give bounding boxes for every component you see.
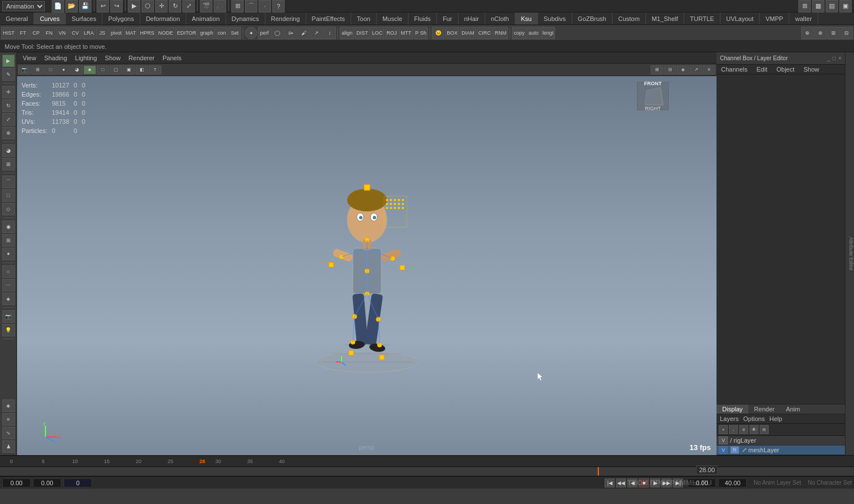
light-btn[interactable]: 💡 (2, 324, 15, 336)
save-icon[interactable]: 💾 (79, 0, 91, 13)
vp-icon-shade[interactable]: ● (57, 65, 70, 74)
vp-icon-grid[interactable]: ⊞ (31, 65, 44, 74)
stop-btn[interactable]: ■ (639, 478, 649, 488)
loc-btn[interactable]: LOC (370, 27, 385, 39)
render-icon[interactable]: 🎬 (200, 0, 213, 13)
vp-icon-5[interactable]: □ (97, 65, 109, 74)
fn-btn[interactable]: FN (43, 27, 56, 39)
scale-icon[interactable]: ⤢ (182, 0, 195, 13)
new-icon[interactable]: 📄 (52, 0, 64, 13)
mesh-layer-entry[interactable]: V R meshLayer (716, 445, 845, 455)
paint-sel-btn[interactable]: ✎ (2, 68, 15, 81)
anim-range-start[interactable]: 0.00 (688, 478, 716, 488)
scale-tool-btn[interactable]: ⤢ (2, 113, 15, 126)
tab-fluids[interactable]: Fluids (409, 13, 437, 25)
hprs-btn[interactable]: HPRS (138, 27, 156, 39)
layer-vis-icon[interactable]: 👁 (749, 425, 759, 434)
vp-icon-right2[interactable]: ⊟ (664, 65, 676, 74)
display-tab[interactable]: Display (716, 405, 748, 414)
tab-animation[interactable]: Animation (186, 13, 226, 25)
render-tab[interactable]: Render (748, 405, 780, 414)
tab-fur[interactable]: Fur (437, 13, 459, 25)
rotate-icon[interactable]: ↻ (169, 0, 181, 13)
play-back-btn[interactable]: ◀ (627, 478, 638, 488)
mtt-btn[interactable]: MTT (399, 27, 413, 39)
layers-icon-btn[interactable]: ≡ (2, 413, 15, 426)
animation-preset-dropdown[interactable]: Animation (2, 1, 45, 11)
panels-menu[interactable]: Panels (159, 55, 185, 61)
tab-turtle[interactable]: TURTLE (684, 13, 720, 25)
layer-options-icon[interactable]: ≡ (739, 425, 748, 434)
rnm-btn[interactable]: RNM (493, 27, 509, 39)
arrow-btn[interactable]: ↗ (310, 27, 323, 39)
tab-painteffects[interactable]: PaintEffects (306, 13, 352, 25)
vp-icon-7[interactable]: ▣ (123, 65, 135, 74)
cb-minimize-btn[interactable]: _ (827, 55, 831, 61)
shading-menu[interactable]: Shading (41, 55, 70, 61)
rig-layer-entry[interactable]: V / rigLayer (716, 436, 845, 445)
tab-uvlayout[interactable]: UVLayout (720, 13, 760, 25)
extra-icon-1[interactable]: ⊕ (801, 27, 814, 39)
object-tab[interactable]: Object (772, 65, 799, 74)
joint-btn[interactable]: ○ (2, 265, 15, 278)
timeline-bar[interactable] (0, 467, 854, 476)
vp-icon-cam[interactable]: 📷 (18, 65, 31, 74)
anim-range-end[interactable]: 40.00 (718, 478, 747, 488)
lasso-icon[interactable]: ⬡ (141, 0, 154, 13)
redo-icon[interactable]: ↪ (110, 0, 123, 13)
undo-icon[interactable]: ↩ (97, 0, 109, 13)
node-btn[interactable]: NODE (156, 27, 174, 39)
move-tool-btn[interactable]: ✛ (2, 86, 15, 98)
tab-general[interactable]: General (0, 13, 34, 25)
rig-layer-vis[interactable]: V (719, 436, 728, 444)
tab-ncloth[interactable]: nCloth (485, 13, 515, 25)
step-back-btn[interactable]: ◀◀ (616, 478, 626, 488)
right-icon-1[interactable]: ⊞ (798, 0, 811, 13)
edit-tab[interactable]: Edit (752, 65, 772, 74)
vp-icon-right4[interactable]: ↗ (690, 65, 702, 74)
vp-icon-8[interactable]: ◧ (136, 65, 148, 74)
mesh-layer-ref[interactable]: R (730, 446, 739, 454)
circle-btn[interactable]: ● (245, 27, 257, 39)
viewport[interactable]: Verts: 10127 0 0 Edges: 19866 0 0 Faces:… (17, 76, 716, 455)
tab-dynamics[interactable]: Dynamics (226, 13, 265, 25)
vp-icon-right1[interactable]: ⊞ (651, 65, 663, 74)
arrow2-btn[interactable]: ↕ (323, 27, 336, 39)
poly-btn[interactable]: ◇ (2, 203, 15, 215)
snap-curve-icon[interactable]: ⌒ (245, 0, 257, 13)
editor-btn[interactable]: EDITOR (175, 27, 198, 39)
tab-deformation[interactable]: Deformation (140, 13, 186, 25)
tab-surfaces[interactable]: Surfaces (66, 13, 102, 25)
sculpt-btn[interactable]: ◉ (2, 220, 15, 233)
extra-icon-2[interactable]: ⊗ (814, 27, 827, 39)
auto-btn[interactable]: auto (527, 27, 540, 39)
help-icon[interactable]: ? (272, 0, 285, 13)
vp-icon-wire[interactable]: □ (44, 65, 57, 74)
set-btn[interactable]: Set (228, 27, 241, 39)
tab-walter[interactable]: walter (789, 13, 818, 25)
cv-btn[interactable]: CV (69, 27, 82, 39)
options-menu[interactable]: Options (743, 415, 765, 422)
tab-nhair[interactable]: nHair (459, 13, 485, 25)
go-start-btn[interactable]: |◀ (605, 478, 615, 488)
lra-btn[interactable]: LRA (82, 27, 96, 39)
lasso2-btn[interactable]: ⌲ (284, 27, 297, 39)
renderer-menu[interactable]: Renderer (125, 55, 158, 61)
camera-btn[interactable]: 📷 (2, 310, 15, 323)
select-tool-btn[interactable]: ▶ (2, 55, 15, 67)
go-end-btn[interactable]: ▶| (673, 478, 683, 488)
pivot-btn[interactable]: pivot (109, 27, 123, 39)
tab-custom[interactable]: Custom (613, 13, 646, 25)
layer-ref-icon[interactable]: R (760, 425, 769, 434)
rotate-tool-btn[interactable]: ↻ (2, 99, 15, 112)
ik-btn[interactable]: ⋯ (2, 279, 15, 291)
show-manip-btn[interactable]: ⊞ (2, 158, 15, 170)
vp-icon-9[interactable]: T (149, 65, 161, 74)
lighting-menu[interactable]: Lighting (72, 55, 101, 61)
tab-rendering[interactable]: Rendering (265, 13, 306, 25)
vp-icon-shade2[interactable]: ◕ (70, 65, 83, 74)
select-icon[interactable]: ▶ (128, 0, 140, 13)
face-btn[interactable]: 😐 (432, 27, 444, 39)
layers-menu[interactable]: Layers (720, 415, 739, 422)
right-icon-2[interactable]: ▦ (812, 0, 824, 13)
